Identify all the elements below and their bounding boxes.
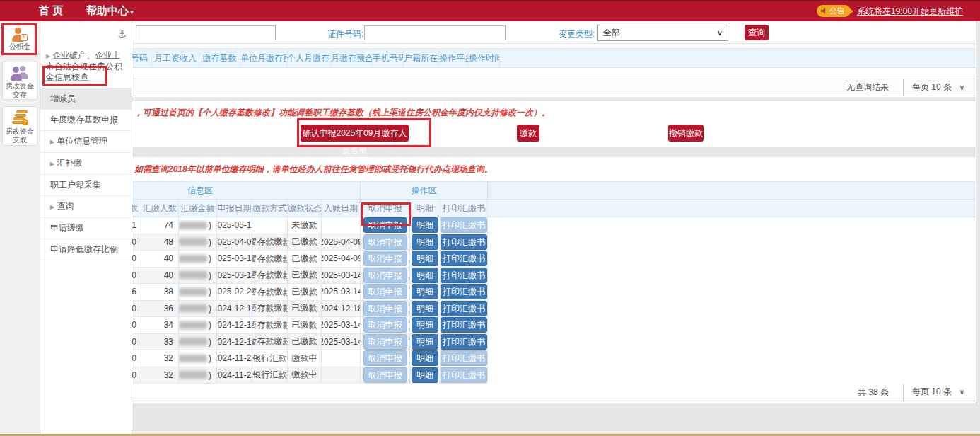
print-button[interactable]: 打印汇缴书 [441,334,487,350]
people-icon [11,66,29,81]
anchor-icon[interactable]: ⚓ [117,28,127,40]
nav-home[interactable]: 首 页 [39,0,63,21]
cell-cancel-declare: 取消申报 [361,268,410,284]
cell-detail: 明细 [410,317,441,333]
cert-number-label: 证件号码: [327,28,363,40]
cell-remit-amount: ) [179,284,217,300]
cell-declare-date: 2024-11-21 [217,367,252,384]
redacted-amount [179,255,207,263]
print-button[interactable]: 打印汇缴书 [441,367,487,383]
cell-remit-amount: ) [179,334,217,350]
page-size-select[interactable]: 每页 10 条∨ [903,384,970,401]
cancel-payment-button[interactable]: 撤销缴款 [668,125,704,142]
menu-item-apply-defer[interactable]: 申请缓缴 [40,218,132,239]
cancel-declare-button[interactable]: 取消申报 [363,350,407,366]
cancel-declare-button[interactable]: 取消申报 [363,217,407,233]
no-result-text: 无查询结果 [846,81,889,93]
print-button[interactable]: 打印汇缴书 [441,317,487,333]
detail-button[interactable]: 明细 [412,301,438,316]
redacted-amount [179,321,207,329]
rail-item-withdraw[interactable]: ? 房改资金支取 [2,106,37,146]
col-filler [500,49,976,67]
name-input[interactable] [136,25,276,40]
col-operation-time: 操作时间 [469,49,500,67]
menu-item-unit-info[interactable]: ▶单位信息管理 [40,131,132,153]
print-button[interactable]: 打印汇缴书 [441,350,487,366]
cell-remit-people: 74 [141,217,179,234]
cancel-declare-button[interactable]: 取消申报 [363,317,407,333]
cell-pay-method: 暂存款缴款 [252,317,288,333]
print-button[interactable]: 打印汇缴书 [441,284,487,299]
query-button[interactable]: 查询 [745,25,769,40]
cell-remit-people: 40 [141,268,179,284]
detail-button[interactable]: 明细 [412,334,438,350]
detail-button[interactable]: 明细 [412,251,438,266]
cancel-declare-button[interactable]: 取消申报 [363,251,407,266]
base-adjust-notice: ，可通过首页的【个人缴存基数修改】功能调整职工缴存基数（线上渠道住房公积金年度内… [134,107,550,119]
menu-item-remit-repay[interactable]: ▶汇补缴 [40,153,132,175]
detail-button[interactable]: 明细 [412,317,438,333]
col-entry-date: 入账日期 [322,200,361,217]
menu-item-query[interactable]: ▶查询 [40,196,132,218]
nav-help-center[interactable]: 帮助中心▾ [86,0,134,21]
rail-item-fund[interactable]: ✎ 公积金 [2,24,37,55]
cell-declare-date: 2024-11-22 [217,350,252,367]
cell-cancel-declare: 取消申报 [361,367,410,384]
page-size-value: 每页 10 条 [912,386,952,396]
cell-print-voucher: 打印汇缴书 [441,334,488,350]
print-button[interactable]: 打印汇缴书 [441,217,487,233]
page-size-select[interactable]: 每页 10 条∨ [903,79,970,96]
detail-button[interactable]: 明细 [412,284,438,299]
menu-item-add-remove-employee[interactable]: 增减员 [40,88,132,110]
cancel-declare-button[interactable]: 取消申报 [363,234,407,250]
amount-suffix: ) [209,253,211,263]
change-type-value: 全部 [603,28,620,38]
cell-pay-status: 缴款中 [288,350,322,367]
confirm-declare-button[interactable]: 确认申报2025年09月缴存人员名单 [301,125,409,142]
history-query-notice: 如需查询2018年以前单位缴存明细，请单位经办人前往任意管理部或受托银行代办点现… [134,164,493,176]
cell-cancel-declare: 取消申报 [361,217,410,234]
col-monthly-salary: 月工资收入 [152,49,199,67]
cell-remit-people: 38 [141,284,179,300]
cancel-declare-button[interactable]: 取消申报 [363,334,407,350]
payment-table: 信息区 操作区 数 汇缴人数 汇缴金额 申报日期 缴款方式 缴款状态 入账日期 … [40,181,976,384]
detail-button[interactable]: 明细 [412,234,438,250]
cell-pay-status: 缴款中 [288,367,322,384]
detail-button[interactable]: 明细 [412,268,438,283]
cell-remit-amount: ) [179,217,217,234]
cell-entry-date: 2025-04-09 [322,234,361,251]
group-operation-area: 操作区 [361,182,488,199]
menu-item-compliance-check[interactable]: ▶企业破产、企业上市合法合规住房公积金信息核查 [40,45,132,88]
menu-item-hukou-collect[interactable]: 职工户籍采集 [40,175,132,196]
cancel-declare-button[interactable]: 取消申报 [363,268,407,283]
cell-remit-amount: ) [179,350,217,367]
menu-item-annual-base-declare[interactable]: 年度缴存基数申报 [40,110,132,131]
pay-button[interactable]: 缴款 [517,125,539,142]
page-size-value: 每页 10 条 [912,82,952,92]
menu-item-apply-lower-ratio[interactable]: 申请降低缴存比例 [40,239,132,260]
cell-detail: 明细 [410,251,441,267]
cancel-declare-button[interactable]: 取消申报 [363,284,407,299]
detail-button[interactable]: 明细 [412,367,438,383]
cert-number-input[interactable] [364,25,506,40]
print-button[interactable]: 打印汇缴书 [441,251,487,266]
detail-button[interactable]: 明细 [412,217,438,233]
redacted-amount [179,355,207,362]
cancel-declare-button[interactable]: 取消申报 [363,301,407,316]
col-phone: 手机号码 [373,49,404,67]
cancel-declare-button[interactable]: 取消申报 [363,367,407,383]
col-pay-status: 缴款状态 [288,200,322,217]
change-type-select[interactable]: 全部∨ [597,25,728,41]
announcement-badge-label: 公告 [829,6,845,15]
side-menu-list: ▶企业破产、企业上市合法合规住房公积金信息核查 增减员 年度缴存基数申报 ▶单位… [40,45,132,260]
cell-print-voucher: 打印汇缴书 [441,284,488,300]
print-button[interactable]: 打印汇缴书 [441,268,487,283]
print-button[interactable]: 打印汇缴书 [441,234,487,250]
cell-cancel-declare: 取消申报 [361,350,410,367]
cell-declare-date: 2025-02-20 [217,284,252,300]
print-button[interactable]: 打印汇缴书 [441,301,487,316]
total-count-text: 共 38 条 [858,386,889,398]
announcement-link[interactable]: 系统将在19:00开始更新维护 [857,6,963,17]
detail-button[interactable]: 明细 [412,350,438,366]
rail-item-deposit[interactable]: 房改资金交存 [2,62,37,100]
